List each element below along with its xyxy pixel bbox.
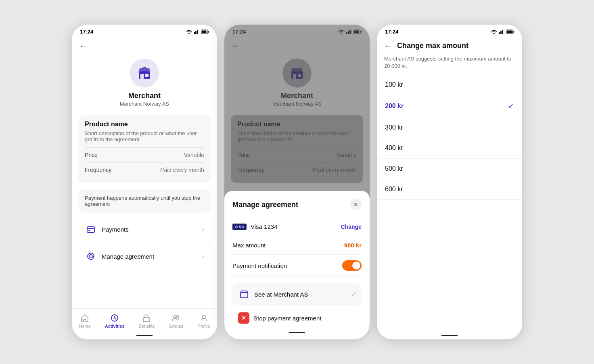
- amount-label-400: 400 kr: [385, 144, 403, 152]
- price-row-1: Price Variable: [85, 147, 204, 162]
- home-indicator-3: [441, 335, 458, 336]
- nav-profile-label-1: Profile: [197, 324, 210, 328]
- max-amount-label: Max amount: [232, 242, 266, 249]
- battery-icon: [201, 29, 209, 34]
- nav-home-1[interactable]: Home: [75, 312, 94, 330]
- visa-badge: VISA: [232, 224, 247, 230]
- frequency-label-1: Frequency: [85, 167, 111, 173]
- payments-chevron: ›: [202, 226, 204, 233]
- groups-icon: [172, 314, 180, 322]
- payment-notice-1: Payment happens automatically until you …: [78, 189, 211, 213]
- svg-rect-11: [88, 230, 90, 231]
- amount-option-500[interactable]: 500 kr: [377, 159, 522, 179]
- max-amount-value[interactable]: 900 kr: [344, 242, 362, 249]
- product-desc-1: Short description of the product or what…: [85, 130, 204, 142]
- see-at-left: See at Merchant AS: [238, 288, 308, 300]
- wifi-icon: [186, 29, 192, 34]
- manage-action[interactable]: Manage agreement ›: [78, 245, 211, 268]
- nav-benefits-1[interactable]: Benefits: [136, 312, 158, 330]
- visa-number: Visa 1234: [251, 223, 277, 230]
- amount-option-100[interactable]: 100 kr: [377, 75, 522, 95]
- amount-option-700[interactable]: 700 kr: [377, 200, 522, 205]
- amount-label-500: 500 kr: [385, 165, 403, 172]
- price-label-1: Price: [85, 152, 98, 158]
- back-arrow-icon-1: ←: [79, 41, 87, 50]
- amount-option-600[interactable]: 600 kr: [377, 179, 522, 200]
- modal-close-button[interactable]: ✕: [350, 199, 362, 210]
- price-value-1: Variable: [184, 152, 204, 158]
- amount-option-400[interactable]: 400 kr: [377, 138, 522, 159]
- svg-rect-29: [499, 32, 500, 34]
- time-1: 17:24: [80, 29, 93, 35]
- amount-label-300: 300 kr: [385, 124, 403, 131]
- back-button-1[interactable]: ←: [72, 36, 217, 52]
- page-title-3: Change max amount: [397, 42, 469, 50]
- svg-rect-8: [145, 74, 148, 77]
- screen-3: ← Change max amount Merchant AS suggests…: [377, 36, 522, 339]
- see-at-label: See at Merchant AS: [254, 291, 308, 298]
- time-3: 17:24: [385, 29, 398, 35]
- visa-left: VISA Visa 1234: [232, 223, 277, 230]
- max-amount-row: Max amount 900 kr: [232, 236, 362, 255]
- amount-label-200: 200 kr: [385, 103, 404, 110]
- status-icons-1: [186, 29, 209, 34]
- screen-1: ← Merchant Merchant Norway AS Product na…: [72, 36, 217, 339]
- merchant-link-icon: [238, 288, 250, 300]
- change-amount-header: ← Change max amount: [377, 36, 522, 54]
- benefits-icon: [142, 314, 151, 322]
- home-indicator-2: [289, 332, 305, 333]
- phone-2: 17:24 ← Merchant Merchant Norway AS P: [224, 25, 370, 339]
- nav-activities-1[interactable]: Activities: [102, 312, 128, 330]
- svg-rect-32: [504, 29, 504, 34]
- merchant-name-1: Merchant: [128, 92, 161, 100]
- amount-list: 100 kr 200 kr ✓ 300 kr 400 kr 500 kr 600…: [377, 75, 522, 205]
- stop-agreement-row[interactable]: ✕ Stop payment agreement: [232, 308, 362, 328]
- phone-1: 17:24 ← Merchant Merchant Norwa: [72, 25, 217, 339]
- payments-action[interactable]: Payments ›: [78, 218, 211, 241]
- selected-check-icon: ✓: [508, 102, 514, 111]
- amount-option-200[interactable]: 200 kr ✓: [377, 95, 522, 117]
- merchant-header-1: Merchant Merchant Norway AS: [72, 52, 217, 112]
- nav-benefits-label-1: Benefits: [139, 324, 155, 328]
- nav-groups-1[interactable]: Groups: [165, 312, 186, 330]
- status-bar-1: 17:24: [72, 25, 217, 36]
- visa-row: VISA Visa 1234 Change: [232, 218, 362, 236]
- visa-change-button[interactable]: Change: [341, 224, 362, 230]
- status-bar-3: 17:24: [377, 25, 522, 36]
- manage-icon: [85, 250, 97, 262]
- payments-icon: [85, 223, 97, 235]
- svg-point-18: [202, 315, 205, 318]
- svg-rect-34: [507, 30, 512, 33]
- svg-point-16: [174, 316, 176, 318]
- svg-rect-7: [140, 74, 144, 79]
- payments-label: Payments: [102, 226, 129, 233]
- page-subtitle-3: Merchant AS suggests setting the maximum…: [377, 54, 522, 75]
- amount-label-600: 600 kr: [385, 186, 403, 193]
- profile-icon: [199, 314, 208, 322]
- nav-profile-1[interactable]: Profile: [194, 312, 213, 330]
- notification-label: Payment notification: [232, 262, 287, 269]
- see-at-merchant-row[interactable]: See at Merchant AS ↗: [232, 283, 362, 305]
- status-icons-3: [491, 29, 514, 34]
- amount-label-100: 100 kr: [385, 81, 403, 88]
- product-card-1: Product name Short description of the pr…: [78, 115, 211, 183]
- notification-toggle[interactable]: [342, 260, 362, 271]
- frequency-row-1: Frequency Paid every month: [85, 162, 204, 177]
- amount-option-300[interactable]: 300 kr: [377, 117, 522, 138]
- store-icon-1: [137, 66, 152, 80]
- signal-icon-3: [499, 29, 504, 34]
- frequency-value-1: Paid every month: [160, 167, 204, 173]
- modal-overlay[interactable]: Manage agreement ✕ VISA Visa 1234 Change…: [224, 25, 370, 339]
- product-name-1: Product name: [85, 121, 204, 128]
- wifi-icon-3: [491, 29, 497, 34]
- toggle-thumb: [352, 261, 360, 270]
- back-arrow-icon-3[interactable]: ←: [384, 41, 392, 50]
- stop-label: Stop payment agreement: [253, 315, 321, 322]
- svg-rect-15: [143, 318, 150, 322]
- svg-rect-2: [197, 30, 198, 34]
- home-icon: [80, 314, 89, 322]
- merchant-avatar-1: [130, 59, 159, 88]
- svg-point-12: [88, 253, 94, 259]
- nav-home-label-1: Home: [79, 324, 90, 328]
- activities-icon: [110, 314, 119, 322]
